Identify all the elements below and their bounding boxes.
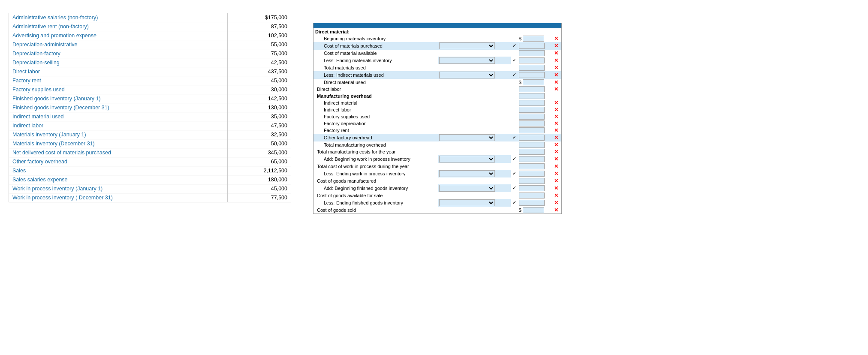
row-label: Total cost of work in process during the… (317, 164, 409, 169)
less-label: Less: (324, 200, 335, 205)
item-value: 142,500 (227, 94, 291, 103)
value-cell[interactable] (518, 106, 553, 113)
value-cell[interactable] (518, 71, 553, 79)
value-cell[interactable] (518, 120, 553, 127)
value-cell[interactable] (518, 64, 553, 71)
data-table: Administrative salaries (non-factory)$17… (9, 13, 291, 202)
schedule-row: Less:Indirect materials used ✓ ✕ (313, 71, 561, 79)
dropdown-select[interactable] (439, 185, 495, 192)
value-input[interactable] (519, 178, 545, 184)
value-cell[interactable] (518, 155, 553, 163)
value-input[interactable] (519, 107, 545, 113)
row-label-cell: Other factory overhead (313, 134, 438, 141)
value-input[interactable] (519, 100, 545, 106)
value-input[interactable] (519, 120, 545, 126)
value-cell[interactable] (518, 127, 553, 134)
value-input[interactable] (519, 185, 545, 191)
value-input[interactable] (523, 207, 544, 213)
dropdown-select[interactable] (439, 170, 495, 177)
table-row: Administrative salaries (non-factory)$17… (9, 13, 291, 22)
value-input[interactable] (519, 200, 545, 206)
x-cell: ✕ (553, 79, 561, 86)
empty-check (511, 79, 518, 86)
schedule-row: Manufacturing overhead (313, 93, 561, 99)
x-cell: ✕ (553, 57, 561, 64)
x-cell: ✕ (553, 141, 561, 148)
value-cell[interactable] (518, 178, 553, 184)
table-row: Factory rent45,000 (9, 76, 291, 85)
value-input[interactable] (519, 149, 545, 155)
value-cell[interactable] (518, 192, 553, 199)
value-input[interactable] (519, 193, 545, 199)
value-input[interactable] (519, 142, 545, 148)
check-cell: ✓ (511, 184, 518, 192)
value-cell[interactable] (518, 134, 553, 141)
x-cell: ✕ (553, 184, 561, 192)
value-cell[interactable] (518, 86, 553, 93)
value-cell[interactable] (518, 199, 553, 207)
dollar-input-cell[interactable]: $ (518, 207, 553, 214)
schedule-row: Add:Beginning finished goods inventory ✓… (313, 184, 561, 192)
value-input[interactable] (519, 93, 545, 99)
value-input[interactable] (519, 135, 545, 141)
value-input[interactable] (519, 57, 545, 63)
value-cell[interactable] (518, 113, 553, 120)
dropdown-cell[interactable] (438, 170, 511, 178)
row-label: Factory rent (324, 128, 349, 133)
dropdown-select[interactable] (439, 134, 495, 141)
value-input[interactable] (519, 171, 545, 177)
empty-dropdown (438, 50, 511, 57)
value-input[interactable] (519, 72, 545, 78)
dropdown-cell[interactable] (438, 199, 511, 207)
dropdown-select[interactable] (439, 156, 495, 162)
value-input[interactable] (519, 156, 545, 162)
value-input[interactable] (519, 50, 545, 56)
dropdown-cell[interactable] (438, 134, 511, 141)
value-cell[interactable] (518, 148, 553, 155)
value-input[interactable] (523, 79, 544, 85)
dropdown-cell[interactable] (438, 42, 511, 50)
row-label-cell: Factory rent (313, 127, 438, 134)
value-input[interactable] (519, 65, 545, 71)
schedule-row: Direct labor ✕ (313, 86, 561, 93)
row-label-cell: Cost of goods available for sale (313, 192, 438, 199)
dropdown-cell[interactable] (438, 155, 511, 163)
value-cell[interactable] (518, 50, 553, 57)
value-input[interactable] (519, 163, 545, 169)
value-input[interactable] (519, 43, 545, 49)
empty-dropdown (438, 207, 511, 214)
row-label: Factory depreciation (324, 121, 367, 126)
value-input[interactable] (519, 114, 545, 120)
value-cell[interactable] (518, 99, 553, 106)
dollar-input-cell[interactable]: $ (518, 79, 553, 86)
value-input[interactable] (519, 86, 545, 92)
dropdown-cell[interactable] (438, 57, 511, 64)
item-value: 437,500 (227, 67, 291, 76)
value-cell[interactable] (518, 57, 553, 64)
empty-dropdown (438, 148, 511, 155)
value-cell[interactable] (518, 93, 553, 99)
value-input[interactable] (523, 36, 544, 42)
value-cell[interactable] (518, 170, 553, 178)
x-cell: ✕ (553, 178, 561, 184)
dropdown-cell[interactable] (438, 184, 511, 192)
schedule-row: Cost of materials purchased ✓ ✕ (313, 42, 561, 50)
value-input[interactable] (519, 127, 545, 133)
dropdown-select[interactable] (439, 57, 495, 64)
table-row: Finished goods inventory (December 31)13… (9, 103, 291, 112)
row-label-cell: Factory depreciation (313, 120, 438, 127)
dropdown-cell[interactable] (438, 71, 511, 79)
dropdown-select[interactable] (439, 199, 495, 206)
dollar-input-cell[interactable]: $ (518, 35, 553, 42)
value-cell[interactable] (518, 184, 553, 192)
x-cell: ✕ (553, 113, 561, 120)
dropdown-select[interactable] (439, 72, 495, 78)
value-cell[interactable] (518, 141, 553, 148)
schedule-row: Factory depreciation ✕ (313, 120, 561, 127)
value-cell[interactable] (518, 163, 553, 170)
dropdown-select[interactable] (439, 42, 495, 49)
value-cell[interactable] (518, 42, 553, 50)
item-value: 32,500 (227, 130, 291, 139)
schedule-row: Other factory overhead ✓ ✕ (313, 134, 561, 141)
item-label: Other factory overhead (9, 157, 228, 166)
